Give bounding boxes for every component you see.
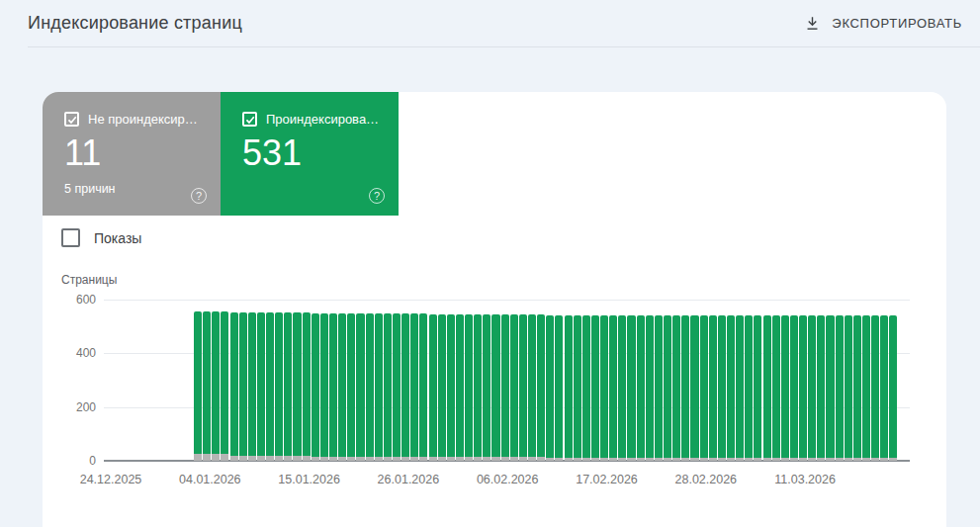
help-icon[interactable]: ? — [369, 188, 385, 204]
chart-bar[interactable] — [329, 313, 337, 461]
chart-bar[interactable] — [456, 314, 464, 461]
x-tick-label: 26.01.2026 — [378, 473, 440, 486]
chart-bar[interactable] — [880, 315, 888, 461]
bar-segment-indexed — [727, 315, 735, 458]
chart-bar[interactable] — [627, 315, 635, 461]
chart-bar[interactable] — [799, 315, 807, 461]
chart-bar[interactable] — [862, 315, 870, 461]
chart-bar[interactable] — [646, 315, 654, 461]
chart-bar[interactable] — [239, 312, 247, 461]
chart-bar[interactable] — [690, 315, 698, 461]
chart-bar[interactable] — [826, 315, 834, 461]
chart-bar[interactable] — [410, 313, 418, 461]
chart-bar[interactable] — [600, 315, 608, 461]
bar-segment-indexed — [591, 315, 599, 458]
chart-bar[interactable] — [303, 312, 311, 461]
chart-bar[interactable] — [582, 315, 590, 461]
chart-bar[interactable] — [284, 312, 292, 461]
bar-segment-indexed — [221, 311, 228, 454]
bar-segment-indexed — [880, 315, 888, 458]
chart-bar[interactable] — [501, 314, 509, 461]
chart-bar[interactable] — [312, 313, 319, 461]
help-icon[interactable]: ? — [191, 188, 207, 204]
chart-bar[interactable] — [845, 315, 852, 461]
chart-bar[interactable] — [772, 315, 780, 461]
chart-bar[interactable] — [519, 314, 527, 461]
chart-bar[interactable] — [836, 315, 844, 461]
chart-bar[interactable] — [790, 315, 798, 461]
chart-bar[interactable] — [565, 315, 573, 461]
chart-bar[interactable] — [763, 315, 771, 461]
impressions-toggle[interactable]: Показы — [61, 228, 141, 247]
chart-bar[interactable] — [609, 315, 617, 461]
bar-segment-indexed — [303, 312, 311, 455]
chart-bar[interactable] — [447, 314, 455, 461]
impressions-checkbox[interactable] — [61, 228, 80, 247]
chart-bar[interactable] — [491, 314, 499, 461]
chart-bar[interactable] — [366, 313, 374, 461]
chart-bar[interactable] — [275, 312, 283, 461]
chart-bar[interactable] — [817, 315, 825, 461]
chart-bar[interactable] — [681, 315, 689, 461]
chart-bar[interactable] — [401, 313, 409, 461]
bar-segment-not-indexed — [799, 458, 807, 461]
chart-bar[interactable] — [655, 315, 663, 461]
bar-segment-indexed — [203, 311, 211, 454]
chart-bar[interactable] — [537, 314, 545, 461]
chart-bar[interactable] — [871, 315, 879, 461]
chart-bar[interactable] — [808, 315, 816, 461]
chart-bar[interactable] — [483, 314, 490, 461]
chart-bar[interactable] — [672, 315, 680, 461]
chart-bar[interactable] — [736, 315, 744, 461]
bar-segment-indexed — [664, 315, 671, 458]
bar-segment-indexed — [836, 315, 844, 458]
chart-bar[interactable] — [637, 315, 645, 461]
chart-bar[interactable] — [510, 314, 518, 461]
stat-card-indexed[interactable]: Проиндексирова… 531 ? — [221, 92, 399, 216]
chart-bar[interactable] — [438, 314, 446, 461]
chart-bar[interactable] — [591, 315, 599, 461]
chart-bar[interactable] — [889, 315, 897, 461]
chart-bar[interactable] — [664, 315, 671, 461]
chart-bar[interactable] — [700, 315, 708, 461]
chart-bar[interactable] — [709, 315, 717, 461]
chart-bar[interactable] — [356, 313, 364, 461]
chart-bar[interactable] — [338, 313, 346, 461]
chart-bar[interactable] — [853, 315, 861, 461]
chart-bar[interactable] — [384, 313, 392, 461]
chart-bar[interactable] — [574, 315, 581, 461]
not-indexed-checkbox[interactable] — [64, 112, 79, 127]
bar-segment-not-indexed — [763, 458, 771, 461]
chart-bar[interactable] — [718, 315, 726, 461]
chart-bar[interactable] — [618, 315, 626, 461]
chart-bar[interactable] — [194, 311, 202, 461]
chart-bar[interactable] — [781, 315, 789, 461]
chart-bar[interactable] — [248, 312, 256, 461]
chart-bar[interactable] — [347, 313, 355, 461]
chart-bar[interactable] — [266, 312, 274, 461]
bar-segment-not-indexed — [338, 457, 346, 461]
chart-bar[interactable] — [429, 314, 437, 461]
indexed-checkbox[interactable] — [242, 112, 257, 127]
x-tick-label: 11.03.2026 — [774, 473, 836, 486]
chart-bar[interactable] — [754, 315, 761, 461]
chart-bar[interactable] — [393, 313, 401, 461]
chart-bar[interactable] — [474, 314, 482, 461]
chart-bar[interactable] — [528, 314, 536, 461]
chart-bar[interactable] — [212, 311, 220, 461]
stat-card-not-indexed[interactable]: Не проиндексир… 11 5 причин ? — [43, 92, 221, 216]
chart-bar[interactable] — [320, 313, 328, 461]
chart-bar[interactable] — [727, 315, 735, 461]
chart-bar[interactable] — [221, 311, 228, 461]
chart-bar[interactable] — [465, 314, 473, 461]
chart-bar[interactable] — [546, 315, 554, 461]
chart-bar[interactable] — [555, 315, 563, 461]
chart-bar[interactable] — [203, 311, 211, 461]
chart-bar[interactable] — [745, 315, 753, 461]
chart-bar[interactable] — [375, 313, 383, 461]
chart-bar[interactable] — [419, 313, 427, 461]
chart-bar[interactable] — [257, 312, 265, 461]
export-button[interactable]: ЭКСПОРТИРОВАТЬ — [796, 9, 970, 38]
chart-bar[interactable] — [230, 312, 238, 461]
chart-bar[interactable] — [293, 312, 301, 461]
